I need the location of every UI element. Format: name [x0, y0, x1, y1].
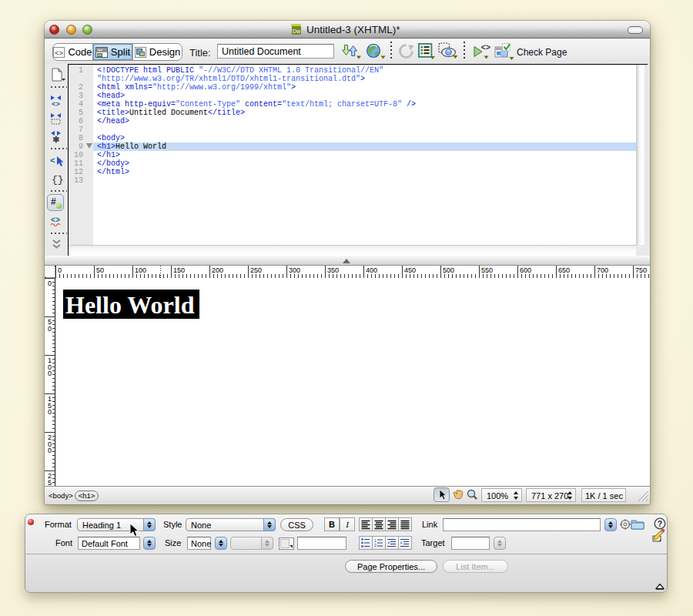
- svg-text:<>: <>: [55, 49, 64, 57]
- svg-text:Dw: Dw: [293, 28, 301, 34]
- svg-text:<>: <>: [52, 101, 60, 108]
- svg-text:{}: {}: [52, 174, 64, 186]
- svg-text:?: ?: [658, 519, 662, 528]
- svg-text:<>: <>: [481, 43, 491, 52]
- svg-text:2: 2: [374, 543, 377, 547]
- svg-text:✱: ✱: [52, 135, 59, 143]
- svg-text:<: <: [50, 156, 55, 166]
- svg-text:1: 1: [374, 538, 377, 543]
